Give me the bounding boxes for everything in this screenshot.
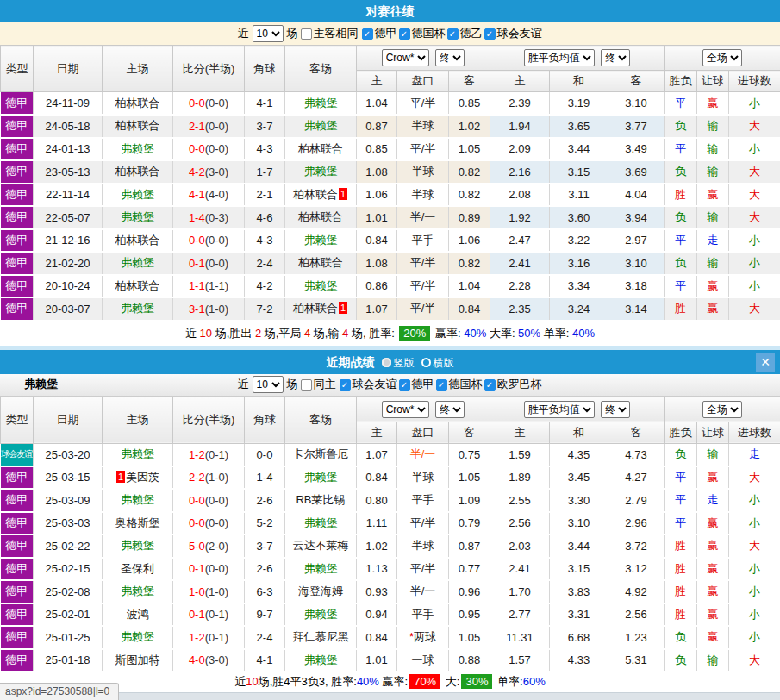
summary-text: 50% bbox=[518, 327, 540, 340]
scope-select[interactable]: 全场 bbox=[702, 49, 742, 66]
same-venue-checkbox-item[interactable]: 主客相同 bbox=[301, 26, 359, 41]
avg-away-cell: 5.31 bbox=[608, 649, 665, 672]
checkbox-icon[interactable] bbox=[301, 379, 312, 391]
scope-select[interactable]: 全场 bbox=[702, 401, 742, 418]
league-checkbox-item[interactable]: ✓球会友谊 bbox=[484, 26, 542, 41]
checkbox-icon[interactable]: ✓ bbox=[436, 379, 447, 391]
odds-stage-select[interactable]: 终 bbox=[435, 401, 465, 418]
avg-stage-select[interactable]: 终 bbox=[601, 401, 630, 418]
goals-result-cell: 大 bbox=[729, 184, 780, 207]
team-name-text: 柏林联合 bbox=[115, 97, 160, 109]
corner-cell: 2-4 bbox=[245, 252, 285, 275]
checkbox-icon[interactable]: ✓ bbox=[399, 28, 410, 40]
same-home-checkbox-item[interactable]: 同主 bbox=[301, 377, 336, 392]
corner-cell: 4-3 bbox=[245, 138, 285, 161]
avg-draw-cell: 3.15 bbox=[550, 160, 608, 184]
handicap-line-cell: 平/半 bbox=[397, 92, 449, 116]
goals-result-cell: 小 bbox=[729, 603, 780, 627]
avg-home-cell: 1.94 bbox=[490, 115, 550, 138]
recent-count-select[interactable]: 10 bbox=[253, 376, 284, 393]
away-team-cell: 弗赖堡 bbox=[285, 115, 357, 138]
radio-vertical-layout[interactable] bbox=[382, 358, 391, 367]
odds-home-cell: 0.80 bbox=[357, 489, 397, 512]
recent-count-select[interactable]: 10 bbox=[253, 25, 284, 42]
league-checkbox-item[interactable]: ✓德甲 bbox=[399, 377, 434, 392]
date-cell: 24-11-09 bbox=[34, 92, 103, 116]
avg-home-cell: 2.55 bbox=[490, 489, 550, 512]
handicap-result-cell: 输 bbox=[697, 160, 729, 184]
goals-result-cell: 大 bbox=[729, 115, 780, 138]
handicap-line-cell: 半球 bbox=[397, 160, 449, 184]
same-home-label: 同主 bbox=[314, 377, 336, 392]
table-row: 德甲20-03-07弗赖堡3-1(1-0)7-2柏林联合11.07平/半0.84… bbox=[1, 297, 780, 321]
avg-draw-cell: 3.45 bbox=[550, 466, 608, 490]
odds-away-cell: 1.02 bbox=[449, 115, 490, 138]
col-home: 主场 bbox=[103, 397, 173, 443]
away-team-cell: RB莱比锡 bbox=[285, 489, 357, 512]
league-checkbox-item[interactable]: ✓德国杯 bbox=[436, 377, 483, 392]
odds-away-cell: 1.05 bbox=[449, 626, 490, 649]
league-checkbox-item[interactable]: ✓德乙 bbox=[447, 26, 483, 41]
avg-away-cell: 4.92 bbox=[608, 580, 665, 603]
summary-text: 10 bbox=[246, 675, 258, 688]
radio-vertical-label[interactable]: 竖版 bbox=[394, 357, 415, 369]
checkbox-icon[interactable]: ✓ bbox=[340, 379, 351, 391]
avg-home-cell: 2.41 bbox=[490, 252, 550, 275]
score-cell: 0-0(0-0) bbox=[173, 489, 245, 512]
avg-draw-cell: 3.83 bbox=[550, 580, 608, 603]
checkbox-icon[interactable]: ✓ bbox=[484, 28, 496, 40]
avg-type-select[interactable]: 胜平负均值 bbox=[524, 49, 595, 66]
league-checkbox-item[interactable]: ✓德国杯 bbox=[399, 26, 446, 41]
league-checkbox-item[interactable]: ✓球会友谊 bbox=[340, 377, 397, 392]
away-team-cell: 弗赖堡 bbox=[285, 512, 357, 535]
checkbox-icon[interactable]: ✓ bbox=[362, 28, 373, 40]
home-team-cell: 柏林联合 bbox=[103, 275, 173, 298]
team-name-text: 弗赖堡 bbox=[304, 562, 338, 575]
summary-text: 60% bbox=[523, 675, 546, 688]
odds-stage-select[interactable]: 终 bbox=[435, 49, 465, 66]
avg-away-cell: 3.14 bbox=[608, 297, 665, 321]
odds-home-cell: 0.86 bbox=[357, 275, 397, 298]
odds-provider-select[interactable]: Crow* bbox=[382, 49, 429, 66]
avg-stage-select[interactable]: 终 bbox=[601, 49, 630, 66]
radio-horizontal-label[interactable]: 横版 bbox=[434, 357, 454, 369]
checkbox-icon[interactable]: ✓ bbox=[447, 28, 459, 40]
league-checkbox-item[interactable]: ✓德甲 bbox=[362, 26, 397, 41]
team-name-text: 柏林联合 bbox=[115, 234, 160, 247]
table-row: 德甲21-02-20弗赖堡0-1(0-0)2-4柏林联合1.08平/半0.822… bbox=[1, 252, 780, 275]
league-label: 球会友谊 bbox=[497, 26, 542, 41]
radio-horizontal-layout[interactable] bbox=[421, 358, 431, 367]
avg-home-cell: 2.35 bbox=[490, 297, 550, 321]
col-home: 主场 bbox=[103, 46, 173, 92]
h2h-filter-bar: 近 10 场 主客相同 ✓德甲✓德国杯✓德乙✓球会友谊 bbox=[0, 22, 780, 45]
league-checkbox-item[interactable]: ✓欧罗巴杯 bbox=[484, 377, 542, 392]
score-cell: 0-1(0-1) bbox=[173, 603, 245, 627]
result-cell: 平 bbox=[665, 229, 697, 253]
odds-home-cell: 0.93 bbox=[357, 580, 397, 603]
table-row: 德甲24-05-18柏林联合2-1(0-0)3-7弗赖堡0.87半球1.021.… bbox=[1, 115, 780, 138]
col-date: 日期 bbox=[34, 397, 103, 443]
summary-text: 场,胜出 bbox=[212, 327, 255, 340]
team-name-text: 弗赖堡 bbox=[304, 97, 338, 109]
team-name-text: 弗赖堡 bbox=[121, 302, 154, 315]
odds-provider-select[interactable]: Crow* bbox=[382, 401, 429, 418]
close-button[interactable]: ✕ bbox=[756, 353, 775, 372]
odds-away-cell: 0.96 bbox=[449, 580, 490, 603]
team-name-text: 弗赖堡 bbox=[304, 119, 338, 132]
h2h-summary: 近 10 场,胜出 2 场,平局 4 场,输 4 场, 胜率: 20% 赢率: … bbox=[0, 322, 780, 346]
team-name-text: 柏林联合 bbox=[298, 142, 343, 155]
subcol-handicap-result: 让球 bbox=[697, 422, 729, 443]
checkbox-icon[interactable]: ✓ bbox=[399, 379, 410, 391]
table-row: 德甲25-02-08弗赖堡1-0(1-0)6-3海登海姆0.93半/一0.961… bbox=[1, 580, 780, 603]
avg-away-cell: 2.97 bbox=[608, 229, 665, 253]
checkbox-icon[interactable] bbox=[301, 28, 312, 40]
checkbox-icon[interactable]: ✓ bbox=[484, 379, 496, 391]
team-name-text: 弗赖堡 bbox=[121, 584, 154, 597]
handicap-result-cell: 输 bbox=[697, 206, 729, 229]
league-type-cell: 德甲 bbox=[1, 252, 34, 275]
league-label: 德乙 bbox=[460, 26, 483, 41]
handicap-result-cell: 赢 bbox=[697, 580, 729, 603]
avg-type-select[interactable]: 胜平负均值 bbox=[524, 401, 595, 418]
rate-badge: 70% bbox=[409, 674, 440, 689]
date-cell: 25-03-15 bbox=[34, 466, 103, 490]
